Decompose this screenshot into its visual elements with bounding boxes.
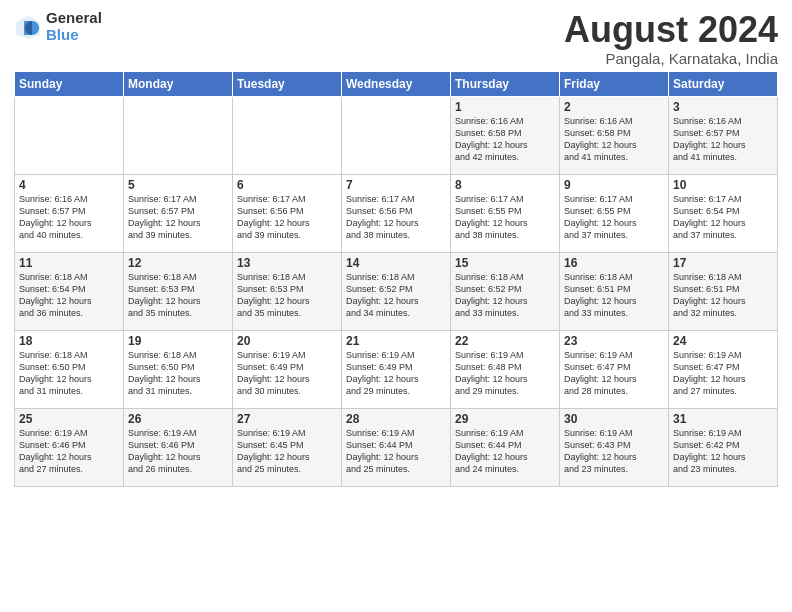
day-info: Sunrise: 6:17 AM Sunset: 6:56 PM Dayligh… — [237, 193, 337, 242]
calendar-cell — [124, 96, 233, 174]
day-number: 12 — [128, 256, 228, 270]
day-number: 22 — [455, 334, 555, 348]
calendar-cell: 13Sunrise: 6:18 AM Sunset: 6:53 PM Dayli… — [233, 252, 342, 330]
week-row-1: 1Sunrise: 6:16 AM Sunset: 6:58 PM Daylig… — [15, 96, 778, 174]
weekday-header-thursday: Thursday — [451, 71, 560, 96]
day-info: Sunrise: 6:18 AM Sunset: 6:50 PM Dayligh… — [19, 349, 119, 398]
day-number: 13 — [237, 256, 337, 270]
day-number: 17 — [673, 256, 773, 270]
day-info: Sunrise: 6:19 AM Sunset: 6:46 PM Dayligh… — [19, 427, 119, 476]
calendar-cell: 6Sunrise: 6:17 AM Sunset: 6:56 PM Daylig… — [233, 174, 342, 252]
day-info: Sunrise: 6:19 AM Sunset: 6:46 PM Dayligh… — [128, 427, 228, 476]
calendar-cell: 21Sunrise: 6:19 AM Sunset: 6:49 PM Dayli… — [342, 330, 451, 408]
day-number: 30 — [564, 412, 664, 426]
header: General Blue August 2024 Pangala, Karnat… — [14, 10, 778, 67]
title-block: August 2024 Pangala, Karnataka, India — [564, 10, 778, 67]
logo-general: General — [46, 10, 102, 27]
weekday-header-tuesday: Tuesday — [233, 71, 342, 96]
calendar-cell — [15, 96, 124, 174]
week-row-5: 25Sunrise: 6:19 AM Sunset: 6:46 PM Dayli… — [15, 408, 778, 486]
day-info: Sunrise: 6:18 AM Sunset: 6:53 PM Dayligh… — [237, 271, 337, 320]
day-info: Sunrise: 6:17 AM Sunset: 6:56 PM Dayligh… — [346, 193, 446, 242]
day-number: 5 — [128, 178, 228, 192]
day-number: 19 — [128, 334, 228, 348]
calendar-cell: 4Sunrise: 6:16 AM Sunset: 6:57 PM Daylig… — [15, 174, 124, 252]
day-info: Sunrise: 6:18 AM Sunset: 6:52 PM Dayligh… — [346, 271, 446, 320]
day-info: Sunrise: 6:19 AM Sunset: 6:47 PM Dayligh… — [564, 349, 664, 398]
day-info: Sunrise: 6:19 AM Sunset: 6:44 PM Dayligh… — [455, 427, 555, 476]
day-number: 11 — [19, 256, 119, 270]
day-number: 24 — [673, 334, 773, 348]
day-info: Sunrise: 6:19 AM Sunset: 6:42 PM Dayligh… — [673, 427, 773, 476]
day-info: Sunrise: 6:16 AM Sunset: 6:58 PM Dayligh… — [564, 115, 664, 164]
weekday-header-friday: Friday — [560, 71, 669, 96]
header-row: SundayMondayTuesdayWednesdayThursdayFrid… — [15, 71, 778, 96]
day-number: 9 — [564, 178, 664, 192]
day-info: Sunrise: 6:17 AM Sunset: 6:55 PM Dayligh… — [564, 193, 664, 242]
day-number: 15 — [455, 256, 555, 270]
day-number: 28 — [346, 412, 446, 426]
calendar-cell: 8Sunrise: 6:17 AM Sunset: 6:55 PM Daylig… — [451, 174, 560, 252]
calendar-table: SundayMondayTuesdayWednesdayThursdayFrid… — [14, 71, 778, 487]
day-number: 8 — [455, 178, 555, 192]
day-info: Sunrise: 6:19 AM Sunset: 6:48 PM Dayligh… — [455, 349, 555, 398]
week-row-4: 18Sunrise: 6:18 AM Sunset: 6:50 PM Dayli… — [15, 330, 778, 408]
logo-icon — [14, 13, 42, 41]
calendar-cell: 10Sunrise: 6:17 AM Sunset: 6:54 PM Dayli… — [669, 174, 778, 252]
calendar-cell: 15Sunrise: 6:18 AM Sunset: 6:52 PM Dayli… — [451, 252, 560, 330]
day-info: Sunrise: 6:19 AM Sunset: 6:45 PM Dayligh… — [237, 427, 337, 476]
calendar-cell — [233, 96, 342, 174]
day-number: 10 — [673, 178, 773, 192]
calendar-cell: 18Sunrise: 6:18 AM Sunset: 6:50 PM Dayli… — [15, 330, 124, 408]
day-info: Sunrise: 6:18 AM Sunset: 6:52 PM Dayligh… — [455, 271, 555, 320]
calendar-cell: 9Sunrise: 6:17 AM Sunset: 6:55 PM Daylig… — [560, 174, 669, 252]
day-info: Sunrise: 6:19 AM Sunset: 6:49 PM Dayligh… — [346, 349, 446, 398]
calendar-cell: 29Sunrise: 6:19 AM Sunset: 6:44 PM Dayli… — [451, 408, 560, 486]
day-number: 26 — [128, 412, 228, 426]
calendar-cell: 5Sunrise: 6:17 AM Sunset: 6:57 PM Daylig… — [124, 174, 233, 252]
calendar-cell: 19Sunrise: 6:18 AM Sunset: 6:50 PM Dayli… — [124, 330, 233, 408]
day-number: 4 — [19, 178, 119, 192]
day-info: Sunrise: 6:19 AM Sunset: 6:47 PM Dayligh… — [673, 349, 773, 398]
calendar-cell: 26Sunrise: 6:19 AM Sunset: 6:46 PM Dayli… — [124, 408, 233, 486]
day-number: 16 — [564, 256, 664, 270]
day-info: Sunrise: 6:18 AM Sunset: 6:51 PM Dayligh… — [673, 271, 773, 320]
day-number: 29 — [455, 412, 555, 426]
calendar-cell: 17Sunrise: 6:18 AM Sunset: 6:51 PM Dayli… — [669, 252, 778, 330]
logo-blue: Blue — [46, 27, 102, 44]
day-number: 21 — [346, 334, 446, 348]
day-info: Sunrise: 6:19 AM Sunset: 6:49 PM Dayligh… — [237, 349, 337, 398]
calendar-cell: 11Sunrise: 6:18 AM Sunset: 6:54 PM Dayli… — [15, 252, 124, 330]
calendar-cell: 28Sunrise: 6:19 AM Sunset: 6:44 PM Dayli… — [342, 408, 451, 486]
day-number: 1 — [455, 100, 555, 114]
calendar-cell: 30Sunrise: 6:19 AM Sunset: 6:43 PM Dayli… — [560, 408, 669, 486]
day-number: 14 — [346, 256, 446, 270]
calendar-cell: 2Sunrise: 6:16 AM Sunset: 6:58 PM Daylig… — [560, 96, 669, 174]
logo: General Blue — [14, 10, 102, 43]
day-info: Sunrise: 6:19 AM Sunset: 6:44 PM Dayligh… — [346, 427, 446, 476]
week-row-3: 11Sunrise: 6:18 AM Sunset: 6:54 PM Dayli… — [15, 252, 778, 330]
day-info: Sunrise: 6:19 AM Sunset: 6:43 PM Dayligh… — [564, 427, 664, 476]
day-info: Sunrise: 6:16 AM Sunset: 6:58 PM Dayligh… — [455, 115, 555, 164]
calendar-cell: 27Sunrise: 6:19 AM Sunset: 6:45 PM Dayli… — [233, 408, 342, 486]
day-info: Sunrise: 6:17 AM Sunset: 6:57 PM Dayligh… — [128, 193, 228, 242]
week-row-2: 4Sunrise: 6:16 AM Sunset: 6:57 PM Daylig… — [15, 174, 778, 252]
calendar-cell: 1Sunrise: 6:16 AM Sunset: 6:58 PM Daylig… — [451, 96, 560, 174]
calendar-cell: 16Sunrise: 6:18 AM Sunset: 6:51 PM Dayli… — [560, 252, 669, 330]
day-number: 23 — [564, 334, 664, 348]
day-info: Sunrise: 6:17 AM Sunset: 6:55 PM Dayligh… — [455, 193, 555, 242]
calendar-cell: 25Sunrise: 6:19 AM Sunset: 6:46 PM Dayli… — [15, 408, 124, 486]
calendar-cell: 31Sunrise: 6:19 AM Sunset: 6:42 PM Dayli… — [669, 408, 778, 486]
weekday-header-sunday: Sunday — [15, 71, 124, 96]
location-text: Pangala, Karnataka, India — [564, 50, 778, 67]
calendar-cell — [342, 96, 451, 174]
day-info: Sunrise: 6:18 AM Sunset: 6:53 PM Dayligh… — [128, 271, 228, 320]
calendar-cell: 12Sunrise: 6:18 AM Sunset: 6:53 PM Dayli… — [124, 252, 233, 330]
month-year-title: August 2024 — [564, 10, 778, 50]
day-number: 7 — [346, 178, 446, 192]
weekday-header-saturday: Saturday — [669, 71, 778, 96]
weekday-header-wednesday: Wednesday — [342, 71, 451, 96]
calendar-cell: 24Sunrise: 6:19 AM Sunset: 6:47 PM Dayli… — [669, 330, 778, 408]
calendar-cell: 20Sunrise: 6:19 AM Sunset: 6:49 PM Dayli… — [233, 330, 342, 408]
day-number: 31 — [673, 412, 773, 426]
